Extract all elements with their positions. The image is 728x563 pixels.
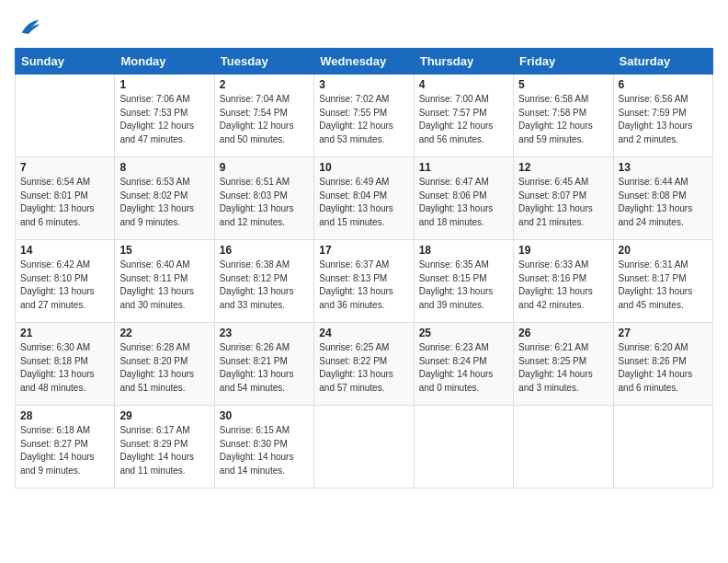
day-number: 29 xyxy=(119,409,209,422)
day-info: Sunrise: 6:31 AMSunset: 8:17 PMDaylight:… xyxy=(619,259,708,312)
day-number: 30 xyxy=(220,409,309,422)
calendar-week-row: 21Sunrise: 6:30 AMSunset: 8:18 PMDayligh… xyxy=(16,323,713,406)
day-number: 20 xyxy=(619,244,708,257)
day-info: Sunrise: 7:00 AMSunset: 7:57 PMDaylight:… xyxy=(419,93,508,146)
calendar-cell xyxy=(414,406,513,488)
weekday-header-wednesday: Wednesday xyxy=(314,49,414,75)
weekday-header-friday: Friday xyxy=(514,49,613,75)
day-number: 12 xyxy=(518,161,608,174)
calendar-cell: 21Sunrise: 6:30 AMSunset: 8:18 PMDayligh… xyxy=(16,323,115,406)
day-info: Sunrise: 6:17 AMSunset: 8:29 PMDaylight:… xyxy=(119,424,209,477)
calendar-cell: 5Sunrise: 6:58 AMSunset: 7:58 PMDaylight… xyxy=(514,75,613,157)
calendar-cell: 6Sunrise: 6:56 AMSunset: 7:59 PMDaylight… xyxy=(613,75,712,157)
calendar-cell: 10Sunrise: 6:49 AMSunset: 8:04 PMDayligh… xyxy=(314,157,414,240)
calendar-cell: 16Sunrise: 6:38 AMSunset: 8:12 PMDayligh… xyxy=(214,240,313,323)
calendar-cell: 22Sunrise: 6:28 AMSunset: 8:20 PMDayligh… xyxy=(115,323,214,406)
day-info: Sunrise: 6:18 AMSunset: 8:27 PMDaylight:… xyxy=(20,424,109,477)
calendar-table: SundayMondayTuesdayWednesdayThursdayFrid… xyxy=(15,48,713,488)
calendar-cell: 9Sunrise: 6:51 AMSunset: 8:03 PMDaylight… xyxy=(214,157,313,240)
calendar-cell: 14Sunrise: 6:42 AMSunset: 8:10 PMDayligh… xyxy=(16,240,115,323)
calendar-cell xyxy=(514,406,613,488)
day-number: 25 xyxy=(419,327,508,339)
day-info: Sunrise: 6:58 AMSunset: 7:58 PMDaylight:… xyxy=(518,93,608,146)
day-number: 4 xyxy=(419,78,508,91)
calendar-cell: 30Sunrise: 6:15 AMSunset: 8:30 PMDayligh… xyxy=(214,406,313,488)
calendar-cell: 15Sunrise: 6:40 AMSunset: 8:11 PMDayligh… xyxy=(115,240,214,323)
day-number: 11 xyxy=(419,161,508,174)
calendar-cell: 20Sunrise: 6:31 AMSunset: 8:17 PMDayligh… xyxy=(613,240,712,323)
day-number: 5 xyxy=(518,78,608,91)
calendar-cell: 13Sunrise: 6:44 AMSunset: 8:08 PMDayligh… xyxy=(613,157,712,240)
day-number: 1 xyxy=(119,78,209,91)
day-number: 9 xyxy=(220,161,309,174)
weekday-header-sunday: Sunday xyxy=(16,49,115,75)
calendar-cell: 23Sunrise: 6:26 AMSunset: 8:21 PMDayligh… xyxy=(214,323,313,406)
weekday-header-thursday: Thursday xyxy=(414,49,513,75)
day-number: 17 xyxy=(319,244,408,257)
day-info: Sunrise: 6:20 AMSunset: 8:26 PMDaylight:… xyxy=(619,341,708,395)
day-number: 18 xyxy=(419,244,508,257)
logo xyxy=(15,15,42,40)
day-info: Sunrise: 6:45 AMSunset: 8:07 PMDaylight:… xyxy=(518,176,608,229)
page-header xyxy=(15,15,713,40)
day-info: Sunrise: 7:02 AMSunset: 7:55 PMDaylight:… xyxy=(319,93,408,146)
day-number: 24 xyxy=(319,327,408,339)
calendar-cell: 4Sunrise: 7:00 AMSunset: 7:57 PMDaylight… xyxy=(414,75,513,157)
day-info: Sunrise: 6:56 AMSunset: 7:59 PMDaylight:… xyxy=(619,93,708,146)
day-info: Sunrise: 6:25 AMSunset: 8:22 PMDaylight:… xyxy=(319,341,408,395)
day-info: Sunrise: 6:28 AMSunset: 8:20 PMDaylight:… xyxy=(119,341,209,395)
day-info: Sunrise: 6:54 AMSunset: 8:01 PMDaylight:… xyxy=(20,176,109,229)
calendar-cell: 2Sunrise: 7:04 AMSunset: 7:54 PMDaylight… xyxy=(214,75,313,157)
calendar-cell: 17Sunrise: 6:37 AMSunset: 8:13 PMDayligh… xyxy=(314,240,414,323)
day-number: 2 xyxy=(220,78,309,91)
calendar-week-row: 28Sunrise: 6:18 AMSunset: 8:27 PMDayligh… xyxy=(16,406,713,488)
calendar-week-row: 1Sunrise: 7:06 AMSunset: 7:53 PMDaylight… xyxy=(16,75,713,157)
calendar-cell: 8Sunrise: 6:53 AMSunset: 8:02 PMDaylight… xyxy=(115,157,214,240)
day-number: 7 xyxy=(20,161,109,174)
calendar-cell: 18Sunrise: 6:35 AMSunset: 8:15 PMDayligh… xyxy=(414,240,513,323)
day-number: 13 xyxy=(619,161,708,174)
calendar-cell xyxy=(314,406,414,488)
day-number: 8 xyxy=(119,161,209,174)
calendar-cell: 1Sunrise: 7:06 AMSunset: 7:53 PMDaylight… xyxy=(115,75,214,157)
day-number: 27 xyxy=(619,327,708,339)
day-number: 28 xyxy=(20,409,109,422)
weekday-header-tuesday: Tuesday xyxy=(214,49,313,75)
weekday-header-saturday: Saturday xyxy=(613,49,712,75)
day-number: 26 xyxy=(518,327,608,339)
day-info: Sunrise: 6:51 AMSunset: 8:03 PMDaylight:… xyxy=(220,176,309,229)
day-info: Sunrise: 6:26 AMSunset: 8:21 PMDaylight:… xyxy=(220,341,309,395)
day-info: Sunrise: 7:06 AMSunset: 7:53 PMDaylight:… xyxy=(119,93,209,146)
day-info: Sunrise: 7:04 AMSunset: 7:54 PMDaylight:… xyxy=(220,93,309,146)
day-info: Sunrise: 6:42 AMSunset: 8:10 PMDaylight:… xyxy=(20,259,109,312)
calendar-cell: 26Sunrise: 6:21 AMSunset: 8:25 PMDayligh… xyxy=(514,323,613,406)
weekday-header-row: SundayMondayTuesdayWednesdayThursdayFrid… xyxy=(16,49,713,75)
day-number: 6 xyxy=(619,78,708,91)
logo-bird-icon xyxy=(17,15,42,40)
day-number: 22 xyxy=(119,327,209,339)
day-number: 23 xyxy=(220,327,309,339)
day-number: 10 xyxy=(319,161,408,174)
day-info: Sunrise: 6:35 AMSunset: 8:15 PMDaylight:… xyxy=(419,259,508,312)
weekday-header-monday: Monday xyxy=(115,49,214,75)
day-number: 15 xyxy=(119,244,209,257)
day-info: Sunrise: 6:49 AMSunset: 8:04 PMDaylight:… xyxy=(319,176,408,229)
day-number: 14 xyxy=(20,244,109,257)
day-info: Sunrise: 6:33 AMSunset: 8:16 PMDaylight:… xyxy=(518,259,608,312)
calendar-week-row: 14Sunrise: 6:42 AMSunset: 8:10 PMDayligh… xyxy=(16,240,713,323)
day-info: Sunrise: 6:38 AMSunset: 8:12 PMDaylight:… xyxy=(220,259,309,312)
day-info: Sunrise: 6:47 AMSunset: 8:06 PMDaylight:… xyxy=(419,176,508,229)
calendar-cell: 7Sunrise: 6:54 AMSunset: 8:01 PMDaylight… xyxy=(16,157,115,240)
calendar-cell: 28Sunrise: 6:18 AMSunset: 8:27 PMDayligh… xyxy=(16,406,115,488)
day-number: 21 xyxy=(20,327,109,339)
calendar-cell: 3Sunrise: 7:02 AMSunset: 7:55 PMDaylight… xyxy=(314,75,414,157)
day-info: Sunrise: 6:44 AMSunset: 8:08 PMDaylight:… xyxy=(619,176,708,229)
calendar-cell: 19Sunrise: 6:33 AMSunset: 8:16 PMDayligh… xyxy=(514,240,613,323)
calendar-cell: 29Sunrise: 6:17 AMSunset: 8:29 PMDayligh… xyxy=(115,406,214,488)
day-info: Sunrise: 6:40 AMSunset: 8:11 PMDaylight:… xyxy=(119,259,209,312)
calendar-cell xyxy=(16,75,115,157)
calendar-cell: 27Sunrise: 6:20 AMSunset: 8:26 PMDayligh… xyxy=(613,323,712,406)
day-info: Sunrise: 6:37 AMSunset: 8:13 PMDaylight:… xyxy=(319,259,408,312)
calendar-cell: 12Sunrise: 6:45 AMSunset: 8:07 PMDayligh… xyxy=(514,157,613,240)
calendar-cell: 25Sunrise: 6:23 AMSunset: 8:24 PMDayligh… xyxy=(414,323,513,406)
